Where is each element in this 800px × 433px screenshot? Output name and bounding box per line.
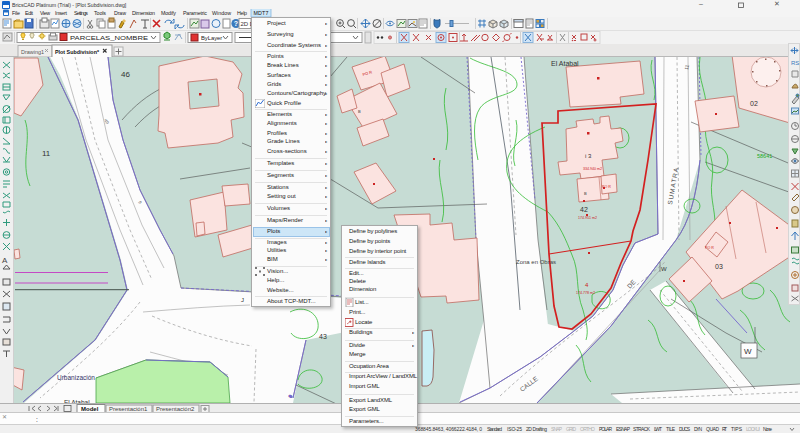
svg-text:Zona en Obras: Zona en Obras bbox=[516, 259, 556, 265]
svg-text:02: 02 bbox=[750, 100, 758, 107]
svg-text:Window: Window bbox=[212, 10, 231, 16]
svg-text:DYN: DYN bbox=[694, 426, 702, 432]
svg-text:ESNAP: ESNAP bbox=[616, 426, 631, 432]
svg-text:TIPS: TIPS bbox=[731, 426, 743, 432]
svg-text:Edit: Edit bbox=[25, 10, 34, 16]
svg-text:Tools: Tools bbox=[94, 10, 106, 16]
svg-text:Plot Subdivision*: Plot Subdivision* bbox=[55, 49, 100, 55]
svg-text:A: A bbox=[2, 256, 8, 265]
svg-text:W: W bbox=[744, 347, 752, 356]
svg-text:MDT7: MDT7 bbox=[254, 10, 269, 16]
svg-text:ORTHO: ORTHO bbox=[580, 426, 595, 432]
svg-text:BricsCAD Platinum (Trial) - [P: BricsCAD Platinum (Trial) - [Plot Subdiv… bbox=[12, 2, 127, 8]
svg-text:2D Drafting: 2D Drafting bbox=[526, 426, 547, 432]
svg-text:B: B bbox=[358, 109, 361, 114]
svg-text:Draw: Draw bbox=[114, 10, 126, 16]
svg-text:43: 43 bbox=[319, 333, 327, 340]
svg-text:TILE: TILE bbox=[666, 426, 676, 432]
svg-text:11: 11 bbox=[42, 149, 51, 158]
svg-text:Help: Help bbox=[237, 10, 247, 16]
svg-text:Modify: Modify bbox=[161, 10, 176, 16]
svg-text:Drawing1: Drawing1 bbox=[21, 49, 45, 55]
svg-text:46: 46 bbox=[121, 70, 130, 79]
svg-text:i 3: i 3 bbox=[585, 153, 592, 159]
svg-text:Settings: Settings bbox=[74, 10, 88, 16]
svg-text:SNAP: SNAP bbox=[551, 426, 563, 432]
svg-text:Insert: Insert bbox=[55, 10, 68, 16]
svg-text:PARCELAS_NOMBRE: PARCELAS_NOMBRE bbox=[70, 35, 148, 41]
svg-text:GRID: GRID bbox=[566, 426, 576, 432]
svg-text:RT: RT bbox=[722, 426, 727, 432]
svg-text:Dimension: Dimension bbox=[132, 10, 155, 16]
svg-text:QUAD: QUAD bbox=[706, 426, 719, 432]
svg-text:?: ? bbox=[234, 20, 238, 27]
svg-text:View: View bbox=[40, 10, 50, 16]
svg-text:POLAR: POLAR bbox=[599, 426, 612, 432]
svg-text:Standard: Standard bbox=[487, 426, 502, 432]
svg-text:58641: 58641 bbox=[757, 153, 772, 159]
svg-text:STRACK: STRACK bbox=[633, 426, 651, 432]
svg-text:None: None bbox=[763, 426, 772, 432]
svg-text:Urbanización: Urbanización bbox=[57, 374, 95, 381]
svg-text:ByLayer: ByLayer bbox=[201, 35, 222, 41]
svg-text:LOCKUI: LOCKUI bbox=[746, 426, 760, 432]
svg-text:B: B bbox=[584, 191, 587, 196]
svg-text:Parametric: Parametric bbox=[183, 10, 207, 16]
svg-text:RS: RS bbox=[791, 60, 799, 66]
svg-text:174.778 m2: 174.778 m2 bbox=[576, 291, 595, 295]
svg-text:LWT: LWT bbox=[654, 426, 662, 432]
svg-text:368845.8463, 4066222.4184, 0: 368845.8463, 4066222.4184, 0 bbox=[415, 426, 482, 432]
svg-text:334.940 m2: 334.940 m2 bbox=[583, 167, 602, 171]
svg-text:42: 42 bbox=[580, 206, 588, 213]
svg-text:DUCS: DUCS bbox=[679, 426, 691, 432]
svg-text:174.951 m2: 174.951 m2 bbox=[578, 216, 597, 220]
svg-text:El Atabal: El Atabal bbox=[551, 60, 579, 67]
svg-text:J: J bbox=[241, 297, 244, 303]
svg-text:PO R: PO R bbox=[602, 185, 611, 189]
svg-text:ISO-25: ISO-25 bbox=[507, 426, 522, 432]
svg-text:03: 03 bbox=[715, 263, 723, 270]
svg-text:W: W bbox=[661, 266, 667, 272]
svg-text:File: File bbox=[12, 10, 20, 16]
svg-text:PO R: PO R bbox=[705, 246, 714, 250]
